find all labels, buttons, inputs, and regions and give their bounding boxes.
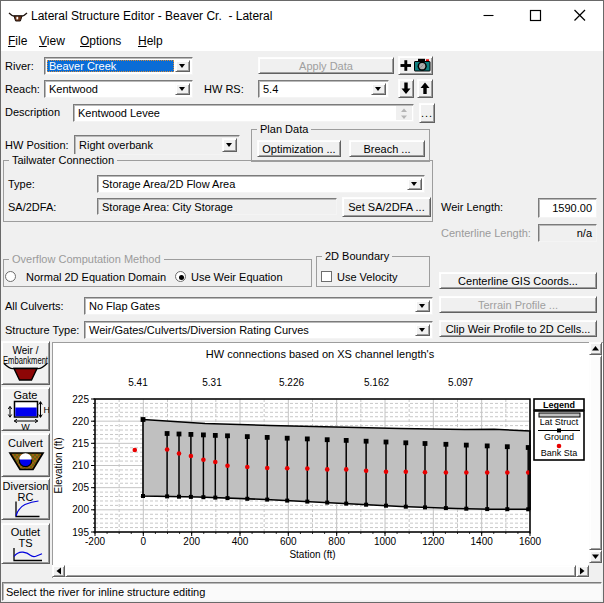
svg-text:W: W	[21, 422, 30, 430]
svg-text:225: 225	[72, 394, 89, 405]
svg-text:Bank Sta: Bank Sta	[541, 448, 578, 458]
svg-text:5.097: 5.097	[448, 377, 473, 388]
svg-text:1600: 1600	[519, 536, 542, 547]
svg-text:Station (ft): Station (ft)	[289, 549, 335, 560]
svg-text:800: 800	[328, 536, 345, 547]
svg-text:400: 400	[232, 536, 249, 547]
svg-text:600: 600	[280, 536, 297, 547]
svg-text:205: 205	[72, 482, 89, 493]
svg-text:TS: TS	[18, 537, 32, 549]
svg-text:210: 210	[72, 460, 89, 471]
svg-text:Culvert: Culvert	[8, 437, 43, 449]
svg-text:Embankment: Embankment	[3, 355, 48, 366]
svg-text:Elevation (ft): Elevation (ft)	[53, 437, 64, 493]
svg-text:5.41: 5.41	[128, 377, 148, 388]
svg-text:H: H	[44, 405, 50, 415]
svg-text:1200: 1200	[422, 536, 445, 547]
svg-text:Ground: Ground	[544, 432, 574, 442]
svg-text:-200: -200	[85, 536, 105, 547]
svg-text:200: 200	[72, 504, 89, 515]
svg-text:1000: 1000	[374, 536, 397, 547]
svg-text:1400: 1400	[471, 536, 494, 547]
svg-text:5.226: 5.226	[279, 377, 304, 388]
svg-text:0: 0	[141, 536, 147, 547]
svg-text:5.162: 5.162	[364, 377, 389, 388]
svg-text:Lat Struct: Lat Struct	[540, 417, 579, 427]
svg-text:200: 200	[183, 536, 200, 547]
svg-text:5.31: 5.31	[202, 377, 222, 388]
svg-text:Legend: Legend	[543, 400, 575, 410]
svg-text:HW connections based on XS cha: HW connections based on XS channel lengt…	[206, 348, 435, 360]
svg-text:220: 220	[72, 416, 89, 427]
svg-text:RC: RC	[18, 491, 34, 503]
svg-text:Gate: Gate	[14, 389, 38, 401]
svg-text:215: 215	[72, 438, 89, 449]
